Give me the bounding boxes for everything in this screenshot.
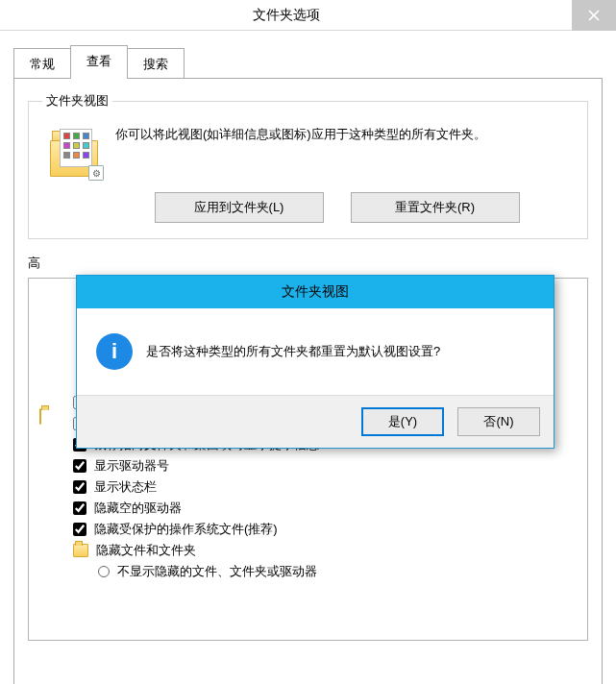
label-dont-show-hidden: 不显示隐藏的文件、文件夹或驱动器 — [117, 561, 317, 582]
checkbox-hide-protected-os-files[interactable] — [73, 523, 86, 536]
dialog-no-button[interactable]: 否(N) — [457, 407, 540, 436]
close-icon — [588, 10, 600, 21]
window-title: 文件夹选项 — [0, 7, 572, 24]
option-hide-empty-drives[interactable]: 隐藏空的驱动器 — [38, 498, 587, 519]
dialog-message: 是否将这种类型的所有文件夹都重置为默认视图设置? — [146, 343, 440, 360]
info-icon: i — [96, 333, 133, 370]
option-show-drive-letters[interactable]: 显示驱动器号 — [38, 455, 587, 476]
folder-icon — [39, 408, 41, 425]
folder-views-illustration-icon: ⚙ — [50, 127, 100, 177]
label-show-drive-letters: 显示驱动器号 — [94, 455, 169, 476]
close-button[interactable] — [572, 0, 616, 31]
folder-views-legend: 文件夹视图 — [42, 92, 112, 110]
tab-view[interactable]: 查看 — [70, 45, 128, 79]
label-show-status-bar: 显示状态栏 — [94, 476, 157, 498]
label-hidden-files-folders: 隐藏文件和文件夹 — [96, 540, 196, 561]
folder-icon — [73, 544, 88, 557]
option-show-status-bar[interactable]: 显示状态栏 — [38, 476, 587, 498]
dialog-yes-button[interactable]: 是(Y) — [361, 407, 444, 436]
folder-views-group: 文件夹视图 ⚙ — [28, 92, 588, 239]
tab-general[interactable]: 常规 — [13, 48, 71, 80]
apply-to-folders-button[interactable]: 应用到文件夹(L) — [155, 192, 324, 223]
dialog-title: 文件夹视图 — [77, 276, 554, 308]
checkbox-show-status-bar[interactable] — [73, 480, 86, 494]
window-titlebar: 文件夹选项 — [0, 0, 616, 31]
folder-views-description: 你可以将此视图(如详细信息或图标)应用于这种类型的所有文件夹。 — [115, 123, 574, 144]
tab-search[interactable]: 搜索 — [127, 48, 185, 80]
checkbox-hide-empty-drives[interactable] — [73, 501, 86, 515]
radio-dont-show-hidden[interactable] — [98, 566, 110, 577]
checkbox-show-drive-letters[interactable] — [73, 459, 86, 473]
option-hide-protected-os-files[interactable]: 隐藏受保护的操作系统文件(推荐) — [38, 519, 587, 540]
reset-folders-button[interactable]: 重置文件夹(R) — [351, 192, 520, 223]
tab-strip: 常规 查看 搜索 — [13, 44, 603, 78]
group-hidden-files-folders[interactable]: 隐藏文件和文件夹 — [38, 540, 587, 561]
label-hide-protected-os-files: 隐藏受保护的操作系统文件(推荐) — [94, 519, 278, 540]
label-hide-empty-drives: 隐藏空的驱动器 — [94, 498, 182, 519]
confirm-reset-dialog: 文件夹视图 i 是否将这种类型的所有文件夹都重置为默认视图设置? 是(Y) 否(… — [76, 275, 554, 449]
option-dont-show-hidden[interactable]: 不显示隐藏的文件、文件夹或驱动器 — [38, 561, 587, 582]
tree-group-folder-icon — [39, 409, 41, 424]
advanced-settings-label: 高 — [28, 255, 588, 272]
